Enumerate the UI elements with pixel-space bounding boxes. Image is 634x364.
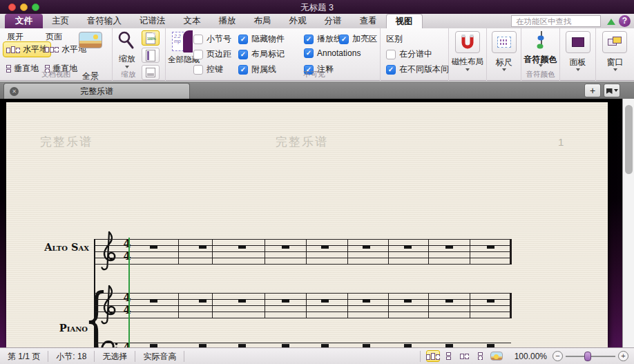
group-differences: 加亮区 区别 在分谱中 在不同版本间 bbox=[381, 28, 449, 81]
checkbox-icon bbox=[304, 35, 314, 44]
checkbox-layout-marks[interactable]: 布局标记 bbox=[238, 48, 285, 60]
checkbox-hidden-objects[interactable]: 隐藏物件 bbox=[238, 33, 285, 45]
magnetic-layout-button[interactable] bbox=[455, 31, 480, 53]
barline bbox=[265, 239, 265, 265]
checkbox-icon bbox=[238, 50, 248, 59]
pages-horizontal-icon bbox=[45, 47, 59, 52]
checkbox-playback-line[interactable]: 播放线 bbox=[304, 33, 342, 45]
group-label-document-view: 文档视图 bbox=[0, 70, 112, 79]
time-signature: 44 bbox=[122, 291, 133, 316]
rulers-dropdown-icon[interactable] bbox=[502, 68, 506, 71]
barline bbox=[388, 239, 389, 265]
spread-horizontal-icon bbox=[426, 353, 440, 360]
zoom-in-button[interactable]: + bbox=[618, 351, 628, 361]
sibelius-window: 无标题 3 文件 主页 音符输入 记谱法 文本 播放 布局 外观 分谱 查看 视… bbox=[0, 0, 634, 364]
view-spread-horizontal-button[interactable] bbox=[426, 350, 440, 362]
tab-text[interactable]: 文本 bbox=[175, 14, 210, 28]
zoom-slider[interactable] bbox=[566, 356, 615, 357]
whole-rest bbox=[282, 299, 289, 303]
window-button[interactable] bbox=[602, 31, 627, 53]
view-panorama-button[interactable] bbox=[490, 350, 503, 362]
ribbon-search-input[interactable] bbox=[511, 15, 601, 27]
score-page[interactable]: 完整乐谱 完整乐谱 1 Alto Sax Piano { bbox=[6, 102, 608, 347]
checkbox-highlights[interactable]: 加亮区 bbox=[339, 33, 377, 45]
zoom-percentage: 100.00% bbox=[509, 352, 553, 361]
tab-parts[interactable]: 分谱 bbox=[316, 14, 351, 28]
tab-menu-button[interactable] bbox=[604, 84, 620, 97]
tab-appearance[interactable]: 外观 bbox=[280, 14, 316, 28]
tab-view[interactable]: 视图 bbox=[386, 14, 423, 28]
checkbox-bar-numbers[interactable]: 小节号 bbox=[193, 33, 231, 45]
checkbox-icon bbox=[238, 65, 248, 75]
magnetic-layout-label: 磁性布局 bbox=[449, 57, 486, 67]
window-title: 无标题 3 bbox=[0, 2, 634, 14]
zoom-out-button[interactable]: − bbox=[553, 351, 563, 361]
tab-home[interactable]: 主页 bbox=[43, 14, 78, 28]
tab-layout[interactable]: 布局 bbox=[245, 14, 280, 28]
group-label-zoom: 缩放 bbox=[113, 70, 144, 79]
close-tab-icon[interactable]: ✕ bbox=[10, 87, 19, 96]
group-note-colors: 音符颜色 音符颜色 bbox=[521, 28, 560, 81]
statusbar: 第 1/1 页 小节: 18 无选择 实际音高 100.00% − + bbox=[0, 347, 634, 364]
zoom-100-icon: 100% bbox=[146, 32, 155, 44]
whole-rest bbox=[150, 245, 157, 249]
zoom-button[interactable]: 缩放 bbox=[117, 30, 137, 52]
fit-page-icon bbox=[146, 50, 155, 61]
hide-all-button[interactable]: 2.2mp 全部隐藏 bbox=[168, 30, 197, 65]
tab-menu-icon bbox=[606, 88, 613, 94]
checkbox-annotations[interactable]: Annotations bbox=[304, 48, 361, 58]
checkbox-icon bbox=[304, 48, 314, 58]
checkbox-handles[interactable]: 控键 bbox=[193, 64, 223, 75]
note-colors-button[interactable] bbox=[521, 30, 559, 52]
tab-review[interactable]: 查看 bbox=[351, 14, 386, 28]
zoom-dropdown-icon[interactable] bbox=[125, 66, 129, 68]
panels-dropdown-icon[interactable] bbox=[576, 68, 580, 71]
checkbox-between-versions[interactable]: 在不同版本间 bbox=[386, 64, 449, 75]
tab-play[interactable]: 播放 bbox=[210, 14, 245, 28]
document-tabbar: ✕ 完整乐谱 + bbox=[0, 82, 634, 99]
status-pitch[interactable]: 实际音高 bbox=[135, 351, 184, 362]
tab-note-input[interactable]: 音符输入 bbox=[78, 14, 131, 28]
whole-rest bbox=[238, 245, 246, 249]
watermark-center: 完整乐谱 bbox=[276, 134, 328, 150]
help-button[interactable]: ? bbox=[619, 15, 631, 27]
document-tab-full-score[interactable]: ✕ 完整乐谱 bbox=[3, 83, 190, 99]
tab-file[interactable]: 文件 bbox=[5, 14, 43, 28]
panorama-button[interactable]: 全景 bbox=[79, 32, 102, 60]
new-tab-button[interactable]: + bbox=[584, 84, 601, 97]
zoom-100-button[interactable]: 100% bbox=[142, 30, 160, 46]
window-dropdown-icon[interactable] bbox=[613, 68, 617, 71]
checkbox-page-margins[interactable]: 页边距 bbox=[193, 48, 231, 60]
group-label-invisibles: 不可见 bbox=[249, 70, 380, 79]
whole-rest bbox=[404, 299, 412, 303]
score-scrollbar[interactable] bbox=[622, 99, 634, 347]
checkbox-icon bbox=[386, 65, 396, 75]
score-area: 完整乐谱 完整乐谱 1 Alto Sax Piano { bbox=[0, 99, 634, 347]
view-pages-horizontal-button[interactable] bbox=[458, 350, 472, 362]
status-page: 第 1/1 页 bbox=[0, 351, 48, 362]
group-rulers: 标尺 bbox=[487, 28, 521, 81]
scrollbar-thumb[interactable] bbox=[625, 105, 633, 174]
panel-icon bbox=[572, 37, 584, 47]
note-colors-dropdown-icon[interactable] bbox=[539, 64, 543, 67]
ribbon-tabstrip: 文件 主页 音符输入 记谱法 文本 播放 布局 外观 分谱 查看 视图 ? bbox=[0, 14, 634, 28]
view-spread-vertical-button[interactable] bbox=[442, 350, 456, 362]
barline bbox=[347, 293, 348, 318]
zoom-slider-thumb[interactable] bbox=[584, 352, 591, 361]
view-pages-vertical-button[interactable] bbox=[474, 350, 488, 362]
checkbox-icon bbox=[193, 65, 203, 75]
checkbox-icon bbox=[193, 35, 203, 44]
instrument-label-piano[interactable]: Piano bbox=[38, 322, 88, 334]
checkbox-icon bbox=[193, 50, 203, 59]
collapse-ribbon-icon[interactable] bbox=[607, 19, 615, 25]
magnetic-layout-dropdown-icon[interactable] bbox=[465, 68, 470, 71]
tab-notations[interactable]: 记谱法 bbox=[131, 14, 175, 28]
panels-button[interactable] bbox=[566, 31, 590, 53]
rulers-button[interactable] bbox=[492, 31, 517, 53]
panorama-icon bbox=[79, 32, 102, 48]
instrument-label-alto-sax[interactable]: Alto Sax bbox=[34, 241, 89, 253]
fit-page-button[interactable] bbox=[142, 48, 160, 63]
checkbox-in-parts[interactable]: 在分谱中 bbox=[386, 48, 432, 60]
checkbox-icon bbox=[238, 35, 248, 44]
ribbon: 展开 水平地 垂直地 页面 水平地 垂直地 全景 文档视图 bbox=[0, 28, 634, 81]
